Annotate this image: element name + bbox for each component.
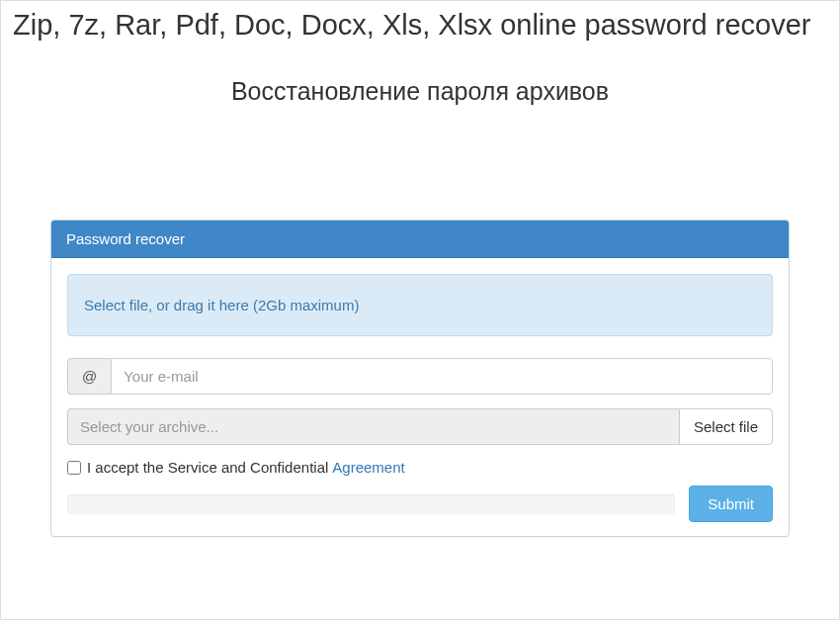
- at-icon: @: [67, 358, 111, 395]
- agreement-checkbox[interactable]: [67, 461, 81, 475]
- panel-body: Select file, or drag it here (2Gb maximu…: [51, 258, 789, 536]
- page-title-main: Zip, 7z, Rar, Pdf, Doc, Docx, Xls, Xlsx …: [13, 9, 827, 42]
- email-field[interactable]: [111, 358, 773, 395]
- agreement-text: I accept the Service and Confidential: [87, 459, 328, 476]
- progress-bar: [67, 494, 675, 514]
- submit-button[interactable]: Submit: [689, 486, 773, 522]
- file-input-group: Select your archive... Select file: [67, 408, 773, 445]
- agreement-link[interactable]: Agreement: [332, 459, 404, 476]
- agreement-row[interactable]: I accept the Service and Confidential Ag…: [67, 459, 773, 476]
- panel-heading: Password recover: [51, 221, 789, 258]
- page-title-sub: Восстановление пароля архивов: [13, 77, 827, 106]
- email-input-group: @: [67, 358, 773, 395]
- file-dropzone[interactable]: Select file, or drag it here (2Gb maximu…: [67, 274, 773, 336]
- select-file-button[interactable]: Select file: [679, 408, 773, 445]
- password-recover-panel: Password recover Select file, or drag it…: [50, 220, 790, 537]
- bottom-row: Submit: [67, 486, 773, 522]
- archive-path-display: Select your archive...: [67, 408, 679, 445]
